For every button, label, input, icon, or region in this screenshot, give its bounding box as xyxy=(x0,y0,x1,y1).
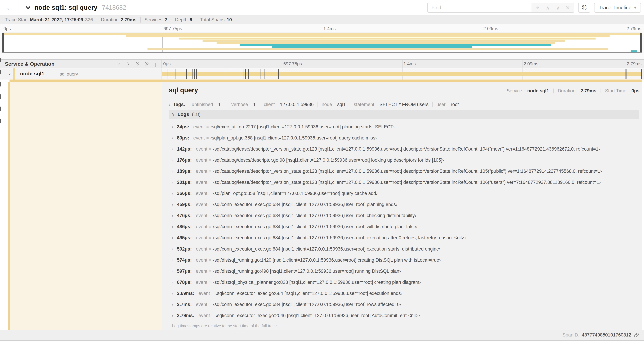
next-match-icon[interactable]: ∨ xyxy=(553,3,562,12)
left-edge-dash xyxy=(0,119,1,123)
trace-view-selector[interactable]: Trace Timeline ∨ xyxy=(594,3,641,13)
tag-key: statement xyxy=(354,102,374,107)
tag-item[interactable]: node=sql1 xyxy=(322,102,346,107)
chevron-right-icon[interactable]: › xyxy=(172,213,177,218)
log-row[interactable]: ›80μs:event=‹sql/plan_opt.go:358 [nsql1,… xyxy=(169,132,639,143)
log-field-key: event xyxy=(193,135,205,141)
chevron-right-icon[interactable]: › xyxy=(172,202,177,207)
chevron-right-icon[interactable]: › xyxy=(172,269,177,274)
tag-equals: = xyxy=(447,102,450,107)
expand-all-icon[interactable] xyxy=(144,61,150,66)
log-equals: = xyxy=(209,280,212,285)
chevron-right-icon[interactable]: › xyxy=(172,158,177,163)
chevron-right-icon: › xyxy=(169,102,170,107)
span-row-node-sql1[interactable]: ∨ node sql1 sql query xyxy=(0,69,644,80)
span-meta-label: Service: xyxy=(506,88,524,94)
tags-row[interactable]: › Tags: _unfinished=1_verbose=1client=12… xyxy=(169,100,640,109)
left-edge-dash xyxy=(0,107,1,111)
chevron-right-icon[interactable]: › xyxy=(172,146,177,152)
tag-item[interactable]: user=root xyxy=(436,102,459,107)
minimap-canvas[interactable] xyxy=(2,33,642,53)
tag-key: node xyxy=(322,102,332,107)
chevron-right-icon[interactable]: › xyxy=(172,169,177,174)
viewport-left-handle[interactable] xyxy=(2,33,4,52)
collapse-all-icon[interactable] xyxy=(135,61,140,66)
back-button[interactable]: ← xyxy=(0,0,19,15)
log-row[interactable]: ›2.79ms:event=‹sql/conn_executor_exec.go… xyxy=(169,310,639,321)
log-row[interactable]: ›486μs:event=‹sql/conn_executor_exec.go:… xyxy=(169,221,639,232)
log-row[interactable]: ›201μs:event=‹sql/catalog/lease/descript… xyxy=(169,177,639,188)
chevron-right-icon[interactable]: › xyxy=(172,280,177,285)
chevron-right-icon[interactable]: › xyxy=(172,291,177,296)
logs-footnote: Log timestamps are relative to the start… xyxy=(169,321,639,331)
service-operation-label: Service & Operation xyxy=(5,61,54,67)
chevron-right-icon[interactable]: › xyxy=(172,313,177,318)
viewport-right-handle[interactable] xyxy=(640,33,642,52)
chevron-right-icon[interactable]: › xyxy=(172,191,177,196)
collapse-one-icon[interactable] xyxy=(116,61,121,66)
copy-link-icon[interactable] xyxy=(634,332,639,338)
span-children-collapse-icon[interactable]: ∨ xyxy=(8,71,11,76)
log-row[interactable]: ›2.7ms:event=‹sql/conn_executor_exec.go:… xyxy=(169,299,639,310)
command-icon: ⌘ xyxy=(582,5,587,11)
log-row[interactable]: ›574μs:event=‹sql/distsql_running.go:142… xyxy=(169,254,639,266)
log-row[interactable]: ›495μs:event=‹sql/conn_executor_exec.go:… xyxy=(169,232,639,243)
log-row[interactable]: ›2.69ms:event=‹sql/conn_executor_exec.go… xyxy=(169,288,639,299)
tag-item[interactable]: _unfinished=1 xyxy=(189,102,221,107)
clear-search-icon[interactable]: ✕ xyxy=(563,3,572,12)
log-field-key: event xyxy=(193,124,205,130)
ruler-tick-label: 0μs xyxy=(2,26,11,31)
trace-summary-bar: Trace StartMarch 31 2022, 17:25:09.326Du… xyxy=(0,15,644,25)
log-row[interactable]: ›34μs:event=‹sql/exec_util.go:2297 [nsql… xyxy=(169,121,639,132)
ruler-tick-label: 697.75μs xyxy=(282,61,302,67)
span-operation-name: sql query xyxy=(60,71,78,77)
ruler-tick-label: 1.4ms xyxy=(402,61,416,67)
chevron-right-icon[interactable]: › xyxy=(172,124,177,130)
chevron-right-icon[interactable]: › xyxy=(172,224,177,229)
log-row[interactable]: ›176μs:event=‹sql/catalog/descs/descript… xyxy=(169,155,639,166)
tag-item[interactable]: client=127.0.0.1:59936 xyxy=(264,102,314,107)
summary-item: Total Spans10 xyxy=(200,17,232,23)
chevron-right-icon[interactable]: › xyxy=(172,235,177,240)
keyboard-shortcuts-button[interactable]: ⌘ xyxy=(578,3,590,13)
log-row[interactable]: ›502μs:event=‹sql/conn_executor_exec.go:… xyxy=(169,243,639,254)
log-row[interactable]: ›366μs:event=‹sql/plan_opt.go:358 [nsql1… xyxy=(169,188,639,199)
expand-one-icon[interactable] xyxy=(126,61,131,66)
tag-key: client xyxy=(264,102,275,107)
ruler-tick-label: 1.4ms xyxy=(322,26,336,31)
log-field-key: event xyxy=(196,257,208,263)
log-row[interactable]: ›459μs:event=‹sql/conn_executor_exec.go:… xyxy=(169,199,639,210)
locate-match-icon[interactable]: ⌖ xyxy=(533,3,542,12)
chevron-right-icon[interactable]: › xyxy=(172,135,177,141)
span-color-swatch xyxy=(13,69,15,80)
log-row[interactable]: ›597μs:event=‹sql/distsql_running.go:498… xyxy=(169,266,639,277)
log-timestamp: 201μs: xyxy=(177,180,192,185)
chevron-right-icon[interactable]: › xyxy=(172,257,177,263)
span-row-timeline[interactable] xyxy=(162,69,642,80)
log-row[interactable]: ›189μs:event=‹sql/catalog/lease/descript… xyxy=(169,166,639,177)
chevron-right-icon[interactable]: › xyxy=(172,302,177,307)
log-row[interactable]: ›142μs:event=‹sql/catalog/lease/descript… xyxy=(169,143,639,155)
chevron-down-icon: ∨ xyxy=(172,112,175,117)
trace-title-group: node sql1: sql query 7418682 xyxy=(25,0,126,15)
chevron-right-icon[interactable]: › xyxy=(172,246,177,252)
tag-key: _unfinished xyxy=(189,102,213,107)
logs-header[interactable]: ∨ Logs (18) xyxy=(169,110,639,119)
prev-match-icon[interactable]: ∧ xyxy=(543,3,552,12)
chevron-right-icon[interactable]: › xyxy=(172,180,177,185)
tag-item[interactable]: _verbose=1 xyxy=(229,102,256,107)
minimap-ruler: 0μs697.75μs1.4ms2.09ms2.79ms xyxy=(2,26,642,32)
trace-header-collapse-toggle[interactable] xyxy=(25,5,31,11)
summary-value: March 31 2022, 17:25:09 xyxy=(30,17,83,23)
find-buttons: ⌖ ∧ ∨ ✕ xyxy=(532,3,574,12)
tag-item[interactable]: statement=SELECT * FROM users xyxy=(354,102,429,107)
column-resize-grip[interactable] xyxy=(155,63,158,67)
log-row[interactable]: ›476μs:event=‹sql/conn_executor_exec.go:… xyxy=(169,210,639,221)
find-input[interactable] xyxy=(428,3,532,12)
span-id-label: SpanID: xyxy=(562,332,580,338)
timeline-ruler: 0μs697.75μs1.4ms2.09ms2.79ms xyxy=(162,60,642,68)
log-field-value: ‹sql/conn_executor_exec.go:684 [nsql1,cl… xyxy=(213,302,401,307)
log-row[interactable]: ›678μs:event=‹sql/distsql_physical_plann… xyxy=(169,277,639,288)
log-timestamp: 80μs: xyxy=(177,135,189,141)
span-duration-bar[interactable] xyxy=(162,72,642,76)
